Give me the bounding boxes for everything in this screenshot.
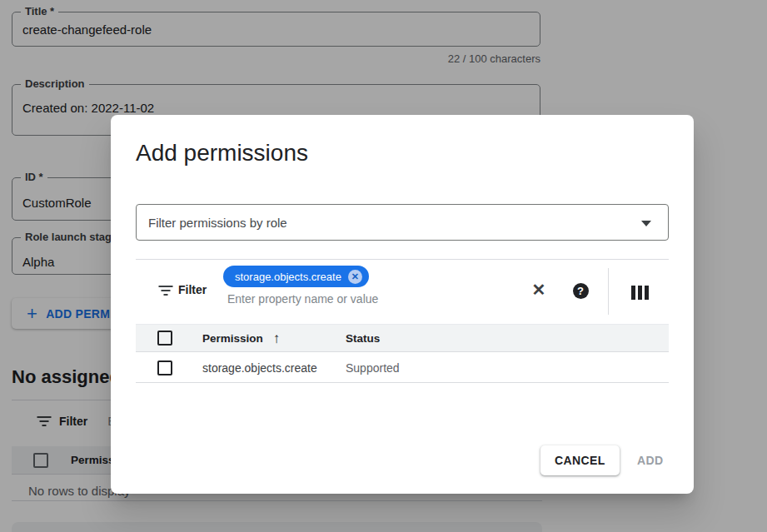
screen: Title * create-changefeed-role 22 / 100 … [0,0,767,532]
dialog-filter-input[interactable] [227,292,502,306]
close-icon: ✕ [532,280,546,300]
status-column-header[interactable]: Status [346,332,380,345]
permission-column-header[interactable]: Permission [202,332,263,345]
filter-chip-label: storage.objects.create [235,271,341,283]
column-options-button[interactable] [630,282,650,302]
add-permissions-dialog: Add permissions Filter permissions by ro… [111,115,694,494]
sort-arrow-up-icon[interactable]: ↑ [273,331,281,346]
filter-by-role-placeholder: Filter permissions by role [148,216,287,230]
add-button[interactable]: ADD [637,445,664,475]
cancel-button-label: CANCEL [555,454,605,467]
add-button-label: ADD [637,454,664,467]
chip-remove-icon[interactable]: ✕ [348,270,362,284]
columns-icon [631,286,649,300]
help-icon: ? [573,283,589,299]
dialog-table-header: Permission ↑ Status [136,324,669,352]
toolbar-vertical-divider [608,268,609,315]
clear-filter-button[interactable]: ✕ [529,280,549,300]
chevron-down-icon [641,221,651,226]
table-row[interactable]: storage.objects.create Supported [136,353,669,383]
dialog-title: Add permissions [136,140,308,167]
cancel-button[interactable]: CANCEL [540,445,620,475]
filter-by-role-select[interactable]: Filter permissions by role [136,204,669,241]
row-checkbox[interactable] [157,360,172,375]
dialog-filter-label: Filter [178,283,207,296]
row-status-value: Supported [346,361,400,375]
filter-chip[interactable]: storage.objects.create ✕ [223,266,369,287]
select-all-checkbox[interactable] [157,331,172,346]
filter-list-icon [158,286,172,296]
toolbar-top-divider [136,259,669,260]
filter-help-button[interactable]: ? [570,281,590,301]
row-permission-value: storage.objects.create [202,361,346,375]
